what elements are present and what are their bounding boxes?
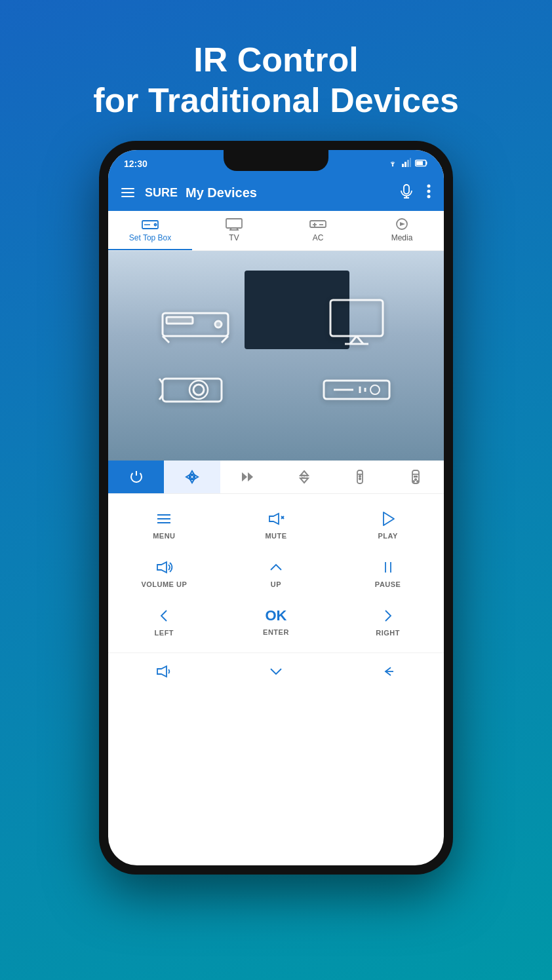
svg-point-57 [359, 476, 361, 477]
svg-marker-53 [300, 478, 308, 483]
svg-rect-20 [310, 221, 326, 227]
status-icons [387, 158, 428, 169]
remote-large-mode-tab[interactable] [388, 461, 444, 493]
hero-section: IR Control for Traditional Devices [67, 0, 485, 141]
svg-point-42 [370, 385, 380, 394]
app-bar: SURE My Devices [108, 175, 444, 211]
svg-line-32 [350, 336, 357, 344]
svg-marker-48 [195, 475, 198, 479]
phone-screen: 12:30 [108, 150, 444, 865]
tab-set-top-box[interactable]: Set Top Box [108, 211, 192, 250]
play-button[interactable]: PLAY [332, 500, 444, 549]
tab-tv-label: TV [229, 233, 239, 242]
svg-marker-71 [384, 512, 394, 525]
remote-small-mode-tab[interactable] [332, 461, 387, 493]
svg-marker-75 [157, 666, 167, 677]
battery-icon [415, 159, 428, 169]
phone-notch [224, 150, 328, 171]
right-label: RIGHT [376, 629, 400, 637]
more-options-icon[interactable] [424, 181, 433, 204]
signal-icon [402, 158, 411, 169]
svg-point-0 [392, 165, 393, 166]
mute-button[interactable]: MUTE [220, 500, 332, 549]
back-button[interactable] [332, 653, 444, 690]
menu-label: MENU [153, 532, 175, 540]
hamburger-menu-button[interactable] [119, 185, 137, 200]
up-button[interactable]: UP [220, 549, 332, 597]
tab-ac[interactable]: AC [276, 211, 360, 250]
device-icons-grid [108, 284, 444, 428]
tab-media[interactable]: Media [360, 211, 444, 250]
scene-area [108, 251, 444, 461]
svg-point-10 [427, 184, 431, 187]
app-bar-icons [398, 181, 433, 204]
enter-label: ENTER [263, 628, 289, 636]
svg-rect-27 [167, 317, 193, 324]
svg-point-12 [427, 195, 431, 198]
svg-point-63 [413, 481, 414, 482]
svg-marker-47 [186, 475, 189, 479]
up-label: UP [271, 580, 281, 588]
dpad-mode-tab[interactable] [164, 461, 220, 493]
app-title: My Devices [186, 185, 390, 200]
svg-marker-25 [400, 222, 405, 226]
status-time: 12:30 [124, 159, 148, 169]
hero-line1: IR Control [193, 41, 358, 79]
left-label: LEFT [155, 629, 174, 637]
svg-marker-45 [190, 471, 194, 474]
phone-shell: 12:30 [99, 141, 453, 875]
svg-rect-4 [410, 158, 411, 167]
svg-rect-31 [330, 300, 383, 336]
tab-tv[interactable]: TV [192, 211, 276, 250]
svg-text:CH: CH [301, 474, 307, 478]
svg-point-62 [415, 479, 416, 480]
app-brand: SURE [145, 186, 178, 200]
svg-point-36 [189, 381, 208, 399]
media-player-device-icon[interactable] [283, 362, 431, 415]
svg-rect-3 [407, 160, 409, 167]
svg-rect-61 [414, 476, 418, 478]
control-buttons-grid: MENU MUTE PLAY [108, 494, 444, 652]
svg-point-14 [155, 223, 157, 225]
volume-down-button[interactable] [108, 653, 220, 690]
power-mode-tab[interactable] [108, 461, 164, 493]
channel-mode-tab[interactable]: CH [276, 461, 332, 493]
svg-rect-2 [404, 162, 406, 167]
volume-up-button[interactable]: VOLUME UP [108, 549, 220, 597]
svg-line-38 [159, 379, 163, 383]
set-top-box-device-icon[interactable] [121, 297, 269, 349]
left-button[interactable]: LEFT [108, 597, 220, 646]
svg-marker-72 [157, 562, 167, 573]
tv-device-icon[interactable] [283, 297, 431, 349]
svg-point-11 [427, 189, 431, 193]
svg-point-58 [359, 478, 361, 480]
mute-label: MUTE [265, 532, 286, 540]
svg-marker-68 [269, 514, 279, 524]
down-button[interactable] [220, 653, 332, 690]
hero-line2: for Traditional Devices [93, 81, 459, 119]
fast-forward-mode-tab[interactable] [220, 461, 276, 493]
control-mode-tabs: CH [108, 461, 444, 494]
svg-point-37 [193, 385, 204, 395]
device-tabs: Set Top Box TV AC [108, 211, 444, 251]
svg-marker-50 [242, 472, 247, 481]
svg-rect-7 [404, 185, 409, 194]
svg-rect-16 [226, 219, 242, 228]
projector-device-icon[interactable] [121, 362, 269, 415]
microphone-icon[interactable] [398, 181, 415, 204]
tab-ac-label: AC [313, 233, 324, 242]
svg-rect-6 [416, 161, 423, 165]
right-button[interactable]: RIGHT [332, 597, 444, 646]
play-label: PLAY [378, 532, 398, 540]
svg-point-49 [190, 475, 193, 478]
svg-point-28 [215, 321, 222, 328]
pause-button[interactable]: PAUSE [332, 549, 444, 597]
svg-rect-35 [163, 379, 222, 402]
ok-enter-button[interactable]: OK ENTER [220, 597, 332, 646]
svg-marker-46 [190, 480, 194, 483]
volume-up-label: VOLUME UP [141, 580, 187, 588]
menu-button[interactable]: MENU [108, 500, 220, 549]
tab-set-top-box-label: Set Top Box [129, 233, 172, 242]
svg-line-33 [357, 336, 363, 344]
tab-media-label: Media [391, 233, 413, 242]
